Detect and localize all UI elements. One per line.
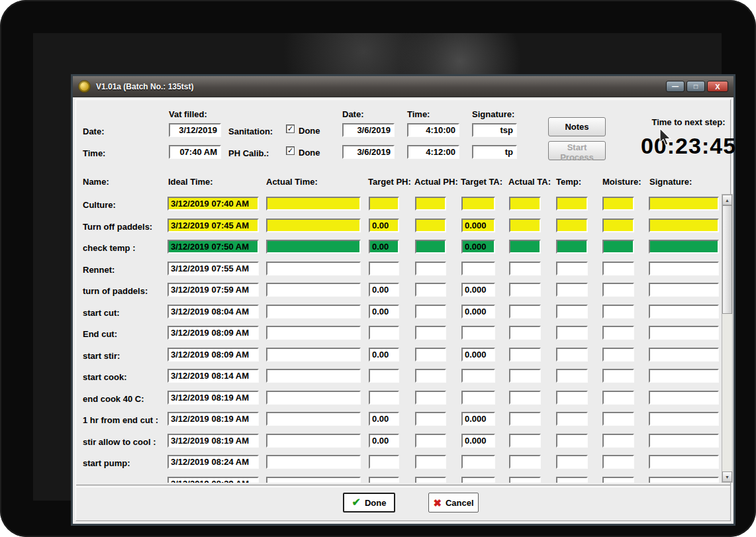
- moisture-field[interactable]: [602, 455, 634, 469]
- signature-field[interactable]: [649, 412, 719, 426]
- target-ta-field[interactable]: 0.000: [461, 283, 495, 297]
- target-ta-field[interactable]: 0.000: [461, 305, 495, 318]
- moisture-field[interactable]: [602, 391, 634, 405]
- target-ph-field[interactable]: 0.00: [369, 283, 399, 297]
- temp-field[interactable]: [556, 219, 588, 232]
- ideal-time-field[interactable]: 3/12/2019 07:45 AM: [167, 219, 259, 232]
- target-ph-field[interactable]: [369, 391, 399, 405]
- actual-ta-field[interactable]: [509, 305, 541, 318]
- ideal-time-field[interactable]: 3/12/2019 08:19 AM: [167, 391, 259, 405]
- scroll-up-button[interactable]: ▲: [722, 195, 732, 205]
- target-ph-field[interactable]: [369, 262, 399, 275]
- ideal-time-field[interactable]: 3/12/2019 08:04 AM: [167, 305, 259, 318]
- ideal-time-field[interactable]: 3/12/2019 08:09 AM: [167, 326, 259, 340]
- moisture-field[interactable]: [602, 477, 634, 483]
- moisture-field[interactable]: [602, 305, 634, 318]
- temp-field[interactable]: [556, 240, 588, 254]
- temp-field[interactable]: [556, 391, 588, 405]
- signature-field[interactable]: [649, 262, 719, 275]
- target-ta-field[interactable]: [461, 391, 495, 405]
- temp-field[interactable]: [556, 455, 588, 469]
- maximize-button[interactable]: □: [686, 81, 705, 92]
- temp-field[interactable]: [556, 326, 588, 340]
- actual-ph-field[interactable]: [415, 305, 446, 318]
- cancel-button[interactable]: ✖ Cancel: [428, 493, 479, 513]
- actual-time-field[interactable]: [266, 412, 361, 426]
- temp-field[interactable]: [556, 369, 588, 383]
- target-ph-field[interactable]: [369, 477, 399, 483]
- actual-ph-field[interactable]: [415, 240, 446, 254]
- moisture-field[interactable]: [602, 434, 634, 448]
- target-ta-field[interactable]: 0.000: [461, 219, 495, 232]
- ideal-time-field[interactable]: 3/12/2019 07:55 AM: [167, 262, 259, 275]
- actual-time-field[interactable]: [266, 197, 361, 211]
- moisture-field[interactable]: [602, 219, 634, 232]
- actual-time-field[interactable]: [266, 240, 361, 254]
- signature-field[interactable]: [649, 391, 719, 405]
- ph-calib-time-field[interactable]: 4:12:00: [407, 145, 459, 159]
- signature-field[interactable]: [649, 197, 719, 211]
- temp-field[interactable]: [556, 283, 588, 297]
- ideal-time-field[interactable]: 3/12/2019 08:19 AM: [167, 412, 259, 426]
- actual-ph-field[interactable]: [415, 348, 446, 362]
- target-ph-field[interactable]: 0.00: [369, 240, 399, 254]
- actual-ta-field[interactable]: [509, 219, 541, 232]
- temp-field[interactable]: [556, 305, 588, 318]
- ideal-time-field[interactable]: 3/12/2019 07:59 AM: [167, 283, 259, 297]
- moisture-field[interactable]: [602, 412, 634, 426]
- target-ta-field[interactable]: [461, 326, 495, 340]
- temp-field[interactable]: [556, 412, 588, 426]
- sanitation-date-field[interactable]: 3/6/2019: [342, 123, 395, 137]
- signature-field[interactable]: [649, 434, 719, 448]
- actual-ta-field[interactable]: [509, 326, 541, 340]
- actual-ph-field[interactable]: [415, 434, 446, 448]
- actual-ph-field[interactable]: [415, 412, 446, 426]
- actual-time-field[interactable]: [266, 391, 361, 405]
- signature-field[interactable]: [649, 369, 719, 383]
- actual-ph-field[interactable]: [415, 219, 446, 232]
- actual-ta-field[interactable]: [509, 455, 541, 469]
- sanitation-signature-field[interactable]: tsp: [472, 123, 517, 137]
- moisture-field[interactable]: [602, 197, 634, 211]
- actual-ta-field[interactable]: [509, 348, 541, 362]
- actual-ph-field[interactable]: [415, 197, 446, 211]
- actual-ph-field[interactable]: [415, 326, 446, 340]
- actual-time-field[interactable]: [266, 455, 361, 469]
- actual-ph-field[interactable]: [415, 455, 446, 469]
- signature-field[interactable]: [649, 326, 719, 340]
- sanitation-time-field[interactable]: 4:10:00: [407, 123, 459, 137]
- target-ta-field[interactable]: [461, 369, 495, 383]
- target-ph-field[interactable]: 0.00: [369, 348, 399, 362]
- target-ta-field[interactable]: [461, 262, 495, 275]
- target-ta-field[interactable]: [461, 455, 495, 469]
- moisture-field[interactable]: [602, 326, 634, 340]
- signature-field[interactable]: [649, 305, 719, 318]
- ideal-time-field[interactable]: 3/12/2019 08:09 AM: [167, 348, 259, 362]
- target-ph-field[interactable]: [369, 197, 399, 211]
- minimize-button[interactable]: —: [666, 81, 685, 92]
- temp-field[interactable]: [556, 197, 588, 211]
- start-process-button[interactable]: Start Process: [548, 141, 606, 160]
- actual-ta-field[interactable]: [509, 391, 541, 405]
- sanitation-done-checkbox[interactable]: ✓: [286, 124, 295, 133]
- actual-ta-field[interactable]: [509, 369, 541, 383]
- temp-field[interactable]: [556, 477, 588, 483]
- ideal-time-field[interactable]: 3/12/2019 08:14 AM: [167, 369, 259, 383]
- signature-field[interactable]: [649, 348, 719, 362]
- temp-field[interactable]: [556, 262, 588, 275]
- actual-time-field[interactable]: [266, 348, 361, 362]
- actual-time-field[interactable]: [266, 326, 361, 340]
- table-scrollbar[interactable]: ▲ ▼: [722, 194, 733, 483]
- actual-ph-field[interactable]: [415, 262, 446, 275]
- target-ph-field[interactable]: [369, 369, 399, 383]
- signature-field[interactable]: [649, 283, 719, 297]
- ph-calib-done-checkbox[interactable]: ✓: [286, 146, 295, 155]
- actual-ta-field[interactable]: [509, 240, 541, 254]
- actual-ta-field[interactable]: [509, 262, 541, 275]
- actual-time-field[interactable]: [266, 434, 361, 448]
- actual-time-field[interactable]: [266, 219, 361, 232]
- moisture-field[interactable]: [602, 283, 634, 297]
- signature-field[interactable]: [649, 477, 719, 483]
- target-ta-field[interactable]: 0.000: [461, 412, 495, 426]
- scroll-down-button[interactable]: ▼: [722, 471, 732, 482]
